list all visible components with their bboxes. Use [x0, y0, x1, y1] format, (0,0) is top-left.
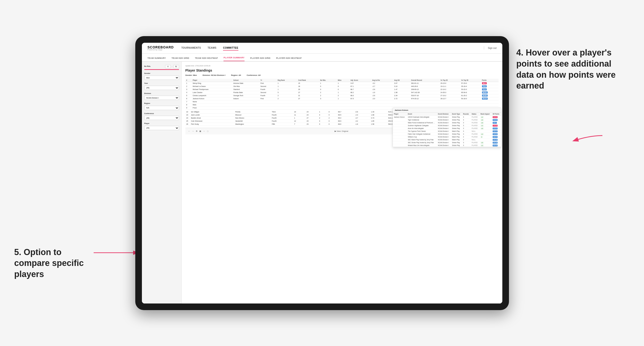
tooltip-cell-w-points[interactable]: 37.57 — [492, 127, 501, 130]
cell-vs-top25: 29-15-0 — [440, 82, 460, 85]
sub-nav-team-summary[interactable]: TEAM SUMMARY — [148, 57, 166, 61]
slider-fill — [144, 69, 179, 70]
cell-yr: Fourth — [260, 94, 277, 97]
cell-avg-sg: 2.34 — [393, 94, 410, 97]
tooltip-cell-rank-impact: +1 — [480, 116, 492, 118]
cell-reg-rank: 11 — [293, 113, 306, 116]
sub-nav-player-h2h-grid[interactable]: PLAYER H2H GRID — [250, 57, 270, 61]
table-row: 2 Michael La Sasso Ole Miss Second 1 18 … — [186, 85, 498, 88]
tooltip-cell-type: Stroke Play — [451, 116, 462, 118]
tooltip-cell-type: Stroke Play — [451, 141, 462, 144]
tooltip-cell-division: NCAA Division I — [437, 127, 451, 130]
cell-points[interactable] — [481, 103, 498, 106]
sub-nav-team-h2h-grid[interactable]: TEAM H2H GRID — [172, 57, 189, 61]
division-select[interactable]: NCAA Division I — [144, 96, 179, 100]
col-yr: Yr — [260, 79, 277, 82]
table-row: 4 Luke Clanton Florida State Second 5 27… — [186, 91, 498, 94]
settings-button[interactable]: ⚙ — [196, 130, 198, 132]
slider-track[interactable] — [144, 69, 179, 70]
tooltip-cell-event: SEC Stroke Play hosted by Jerry Pate — [406, 141, 436, 144]
tooltip-cell-event: Fallen Oak Collegiate Invitational — [406, 133, 436, 135]
cell-overall: 440-26-6 — [410, 85, 440, 88]
tooltip-cell-w-points[interactable]: 16.50 — [492, 133, 501, 135]
main-content: No Rds. - Gender — [142, 62, 502, 304]
cell-rank: 23 — [186, 113, 190, 116]
tooltip-cell-w-points[interactable]: 65.40 — [492, 144, 501, 147]
col-adj-score: Adj. Score — [350, 79, 371, 82]
update-time: Update time: 27/01/2024 16:56:26 — [186, 65, 498, 67]
timer-button[interactable]: ◌ — [207, 130, 208, 132]
cell-no-rds: 0 — [318, 123, 328, 126]
cell-points[interactable]: 72.1 — [481, 88, 498, 91]
tooltip-header-row: Player Event Event Division Event Type R… — [393, 113, 501, 116]
undo-button[interactable]: ← — [188, 130, 190, 132]
tooltip-cell-type: Stroke Play — [451, 124, 462, 127]
cell-reg-rank: 2 — [277, 97, 297, 100]
tooltip-cell-w-points[interactable]: 53.60 — [492, 118, 501, 121]
points-badge[interactable]: 60.89 — [482, 94, 488, 97]
col-no-rds: No Rds. — [319, 79, 337, 82]
tooltip-cell-w-points[interactable]: 30.47 — [492, 135, 501, 138]
cell-points[interactable]: 60.89 — [481, 94, 498, 97]
player-select[interactable]: (All) — [144, 126, 179, 130]
nav-teams[interactable]: TEAMS — [208, 46, 217, 50]
tooltip-cell-w-points[interactable]: 46.7 — [492, 121, 501, 124]
cell-avg-sg: 0.74 — [370, 116, 387, 120]
cell-points[interactable] — [481, 100, 498, 103]
cell-points[interactable]: 58.18 — [481, 97, 498, 100]
year-select[interactable]: (All) — [144, 86, 179, 90]
cell-player: Wenyi Ding — [192, 82, 232, 85]
points-badge[interactable]: 76.2 — [482, 85, 487, 87]
cell-no-rds: 1 — [319, 82, 337, 85]
tooltip-cell-division: NCAA Division I — [437, 118, 451, 121]
cell-points[interactable]: 68.94 — [481, 91, 498, 94]
sub-nav-player-summary[interactable]: PLAYER SUMMARY — [224, 56, 244, 61]
tooltip-row: SEC Match Play hosted by Jerry Pate NCAA… — [393, 138, 501, 141]
sub-nav-team-h2h-heatmap[interactable]: TEAM H2H HEATMAP — [195, 57, 218, 61]
cell-points[interactable]: 76.2 — [481, 85, 498, 88]
copy-button[interactable]: ▦ — [199, 130, 201, 132]
tooltip-cell-w-points[interactable]: 63.64 — [492, 116, 501, 118]
nav-tournaments[interactable]: TOURNAMENTS — [182, 46, 201, 50]
tooltip-cell-division: NCAA Division I — [437, 141, 451, 144]
tooltip-cell-w-points[interactable]: 34.11 — [492, 130, 501, 133]
cell-overall — [410, 103, 440, 106]
tooltip-cell-w-points[interactable]: 56.38 — [492, 141, 501, 144]
cell-player: Michael Thorbjornsen — [192, 88, 232, 91]
nav-committee[interactable]: COMMITTEE — [223, 46, 238, 50]
cell-points[interactable]: 88.2 — [481, 82, 498, 85]
no-rds-max-input[interactable] — [173, 65, 179, 68]
cell-reg-rank — [277, 100, 297, 103]
points-badge[interactable]: 72.1 — [482, 88, 487, 90]
region-select[interactable]: N/A — [144, 106, 179, 110]
points-badge[interactable]: 68.94 — [482, 91, 488, 94]
gender-select[interactable]: Men — [144, 76, 179, 80]
cell-rank: 26 — [186, 123, 190, 126]
tooltip-cell-w-points[interactable]: 25.38 — [492, 138, 501, 141]
cell-adj-score: 87.5 — [350, 97, 371, 100]
header-right: Sign out — [483, 46, 497, 50]
view-original-button[interactable]: ▶ View: Original — [335, 130, 348, 132]
points-badge[interactable]: 88.2 — [482, 82, 487, 84]
col-conf-rank: Conf Rank — [297, 79, 319, 82]
annotation-5: 5. Option to compare specific players — [14, 247, 99, 280]
cell-conf-rank: 18 — [297, 85, 319, 88]
cell-conf-rank — [297, 106, 319, 109]
tooltip-cell-rounds: 3 — [462, 130, 470, 133]
tooltip-cell-w-points[interactable]: 73.33 — [492, 124, 501, 127]
more-button[interactable]: ⋯ — [203, 130, 205, 132]
sign-out-button[interactable]: Sign out — [488, 47, 497, 49]
sidebar-no-rds: No Rds. - — [144, 65, 179, 70]
no-rds-min-input[interactable] — [165, 65, 171, 68]
tooltip-cell-rounds: 3 — [462, 127, 470, 130]
points-badge[interactable]: 58.18 — [482, 98, 488, 100]
cell-player: Cole Sherwood — [190, 120, 234, 123]
cell-yr: Fourth — [271, 120, 293, 123]
conference-select[interactable]: (All) — [144, 116, 179, 120]
cell-rank: 2 — [186, 85, 192, 88]
cell-rank: 4 — [186, 91, 192, 94]
cell-rank: 8 — [186, 103, 192, 106]
cell-adj-score — [350, 103, 371, 106]
redo-button[interactable]: → — [192, 130, 194, 132]
sub-nav-player-h2h-heatmap[interactable]: PLAYER H2H HEATMAP — [276, 57, 302, 61]
